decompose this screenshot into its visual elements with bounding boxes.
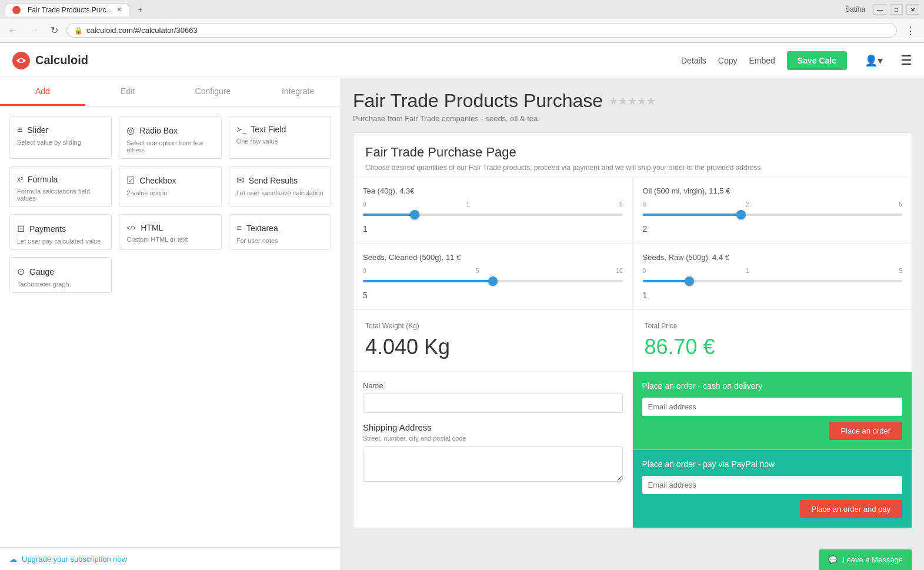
- sendresults-icon: ✉: [236, 175, 244, 186]
- close-btn[interactable]: ✕: [906, 4, 919, 15]
- textfield-icon: ≻_: [236, 125, 246, 134]
- payment-cod-email[interactable]: [642, 398, 903, 416]
- textfield-name: Text Field: [251, 125, 286, 134]
- textfield-desc: One row value: [236, 138, 323, 145]
- form-left: Name Shipping Address Street, number, ci…: [353, 372, 633, 528]
- widget-formula-header: x² Formula: [17, 175, 104, 184]
- payment-paypal-email[interactable]: [642, 476, 903, 494]
- payment-paypal-title: Place an order - pay via PayPal now: [642, 459, 903, 469]
- slider-oil-label: Oil (500 ml, virgin), 11,5 €: [643, 186, 903, 195]
- leave-message-btn[interactable]: 💬 Leave a Message: [819, 549, 912, 570]
- details-link[interactable]: Details: [681, 56, 706, 65]
- user-icon[interactable]: 👤▾: [865, 54, 883, 67]
- textarea-icon: ≡: [236, 223, 242, 234]
- tab-edit[interactable]: Edit: [85, 78, 171, 106]
- browser-tab[interactable]: Fair Trade Products Purc... ✕: [5, 3, 129, 16]
- address-bar[interactable]: 🔒 calculoid.com/#/calculator/30663: [66, 23, 897, 38]
- sidebar-content: ≡ Slider Select value by sliding ◎ Radio…: [0, 106, 341, 547]
- maximize-btn[interactable]: □: [890, 4, 903, 15]
- slider-seeds-raw-fill: [643, 280, 689, 282]
- tab-integrate[interactable]: Integrate: [255, 78, 341, 106]
- minimize-btn[interactable]: —: [873, 4, 886, 15]
- svg-point-1: [19, 59, 23, 62]
- widget-textarea-header: ≡ Textarea: [236, 223, 323, 234]
- place-order-pay-btn[interactable]: Place an order and pay: [800, 500, 902, 518]
- slider-tea-value: 1: [363, 224, 623, 234]
- payment-cod-section: Place an order - cash on delivery Place …: [633, 372, 912, 449]
- back-btn[interactable]: ←: [5, 24, 21, 37]
- checkbox-icon: ☑: [126, 175, 135, 186]
- slider-seeds-cleaned-wrapper[interactable]: [363, 275, 623, 287]
- tab-configure[interactable]: Configure: [171, 78, 256, 106]
- header-nav: Details Copy Embed Save Calc 👤▾ ☰: [681, 51, 912, 70]
- payment-cod-btn-row: Place an order: [642, 422, 903, 440]
- widget-html[interactable]: </> HTML Custom HTML or text: [119, 214, 221, 250]
- payment-paypal-btn-row: Place an order and pay: [642, 500, 903, 518]
- browser-titlebar: Fair Trade Products Purc... ✕ + Satiha —…: [0, 0, 924, 19]
- place-order-btn[interactable]: Place an order: [829, 422, 902, 440]
- slider-name: Slider: [27, 125, 48, 135]
- shipping-label: Shipping Address: [363, 422, 623, 432]
- name-input[interactable]: [363, 394, 623, 413]
- calc-card-title: Fair Trade Purchase Page: [365, 145, 900, 160]
- sendresults-name: Send Results: [249, 176, 298, 185]
- textarea-desc: For user notes: [236, 237, 323, 244]
- reload-btn[interactable]: ↻: [47, 24, 62, 37]
- slider-seeds-cleaned: Seeds, Cleaned (500g), 11 € 0510 5: [353, 243, 633, 309]
- widget-textfield-header: ≻_ Text Field: [236, 125, 323, 134]
- hamburger-icon[interactable]: ☰: [900, 53, 912, 68]
- tab-close-icon[interactable]: ✕: [116, 6, 122, 14]
- slider-tea-fill: [363, 214, 415, 216]
- html-desc: Custom HTML or text: [126, 236, 214, 243]
- slider-oil-thumb[interactable]: [736, 210, 746, 219]
- result-weight-label: Total Weight (Kg): [365, 322, 621, 330]
- widget-sendresults[interactable]: ✉ Send Results Let user sand/save calcul…: [229, 166, 331, 207]
- save-calc-btn[interactable]: Save Calc: [787, 51, 847, 70]
- name-field-container: Name: [363, 381, 623, 413]
- browser-menu-btn[interactable]: ⋮: [902, 23, 919, 38]
- radiobox-desc: Select one option from few others: [126, 139, 214, 154]
- result-price: Total Price 86.70 €: [633, 310, 912, 371]
- result-weight: Total Weight (Kg) 4.040 Kg: [353, 310, 633, 371]
- sidebar: Add Edit Configure Integrate ≡ Slider Se…: [0, 78, 341, 570]
- slider-seeds-raw-wrapper[interactable]: [643, 275, 903, 287]
- app: Calculoid Details Copy Embed Save Calc 👤…: [0, 43, 924, 570]
- slider-seeds-cleaned-thumb[interactable]: [488, 276, 498, 286]
- new-tab-btn[interactable]: +: [132, 3, 148, 16]
- embed-link[interactable]: Embed: [749, 56, 775, 65]
- browser-toolbar: ← → ↻ 🔒 calculoid.com/#/calculator/30663…: [0, 19, 924, 42]
- widget-payments-header: ⊡ Payments: [17, 223, 104, 234]
- result-weight-value: 4.040 Kg: [365, 335, 621, 359]
- app-header: Calculoid Details Copy Embed Save Calc 👤…: [0, 43, 924, 78]
- sidebar-footer[interactable]: ☁ Upgrade your subscription now: [0, 547, 341, 570]
- widget-radiobox[interactable]: ◎ Radio Box Select one option from few o…: [119, 116, 221, 159]
- widget-checkbox[interactable]: ☑ Checkbox 2-value option: [119, 166, 221, 207]
- copy-link[interactable]: Copy: [718, 56, 738, 65]
- widget-formula[interactable]: x² Formula Formula calculations field va…: [9, 166, 112, 207]
- widget-gauge[interactable]: ⊙ Gauge Tachometer graph.: [9, 257, 112, 293]
- slider-seeds-raw-thumb[interactable]: [685, 276, 694, 286]
- calc-title-text: Fair Trade Products Purchase: [353, 90, 603, 112]
- logo: Calculoid: [12, 51, 88, 70]
- widget-payments[interactable]: ⊡ Payments Let user pay calculated value: [9, 214, 112, 250]
- widget-slider[interactable]: ≡ Slider Select value by sliding: [9, 116, 112, 159]
- shipping-textarea[interactable]: [363, 446, 623, 482]
- tab-add[interactable]: Add: [0, 78, 85, 106]
- widget-textfield[interactable]: ≻_ Text Field One row value: [229, 116, 331, 159]
- slider-grid: Tea (40g), 4,3€ 015 1 Oil (500: [353, 177, 912, 309]
- widget-radiobox-header: ◎ Radio Box: [126, 125, 214, 136]
- chat-icon: 💬: [828, 555, 838, 564]
- slider-oil-wrapper[interactable]: [643, 209, 903, 221]
- slider-tea-thumb[interactable]: [410, 210, 419, 219]
- form-bottom: Name Shipping Address Street, number, ci…: [353, 371, 912, 528]
- gauge-name: Gauge: [29, 267, 54, 276]
- forward-btn[interactable]: →: [26, 24, 42, 37]
- slider-tea-wrapper[interactable]: [363, 209, 623, 221]
- formula-icon: x²: [17, 175, 23, 184]
- upgrade-cloud-icon: ☁: [9, 555, 17, 564]
- widget-slider-header: ≡ Slider: [17, 125, 104, 135]
- results-grid: Total Weight (Kg) 4.040 Kg Total Price 8…: [353, 309, 912, 371]
- slider-seeds-raw: Seeds, Raw (500g), 4,4 € 015 1: [633, 243, 912, 309]
- widget-textarea[interactable]: ≡ Textarea For user notes: [229, 214, 331, 250]
- result-price-label: Total Price: [645, 322, 900, 330]
